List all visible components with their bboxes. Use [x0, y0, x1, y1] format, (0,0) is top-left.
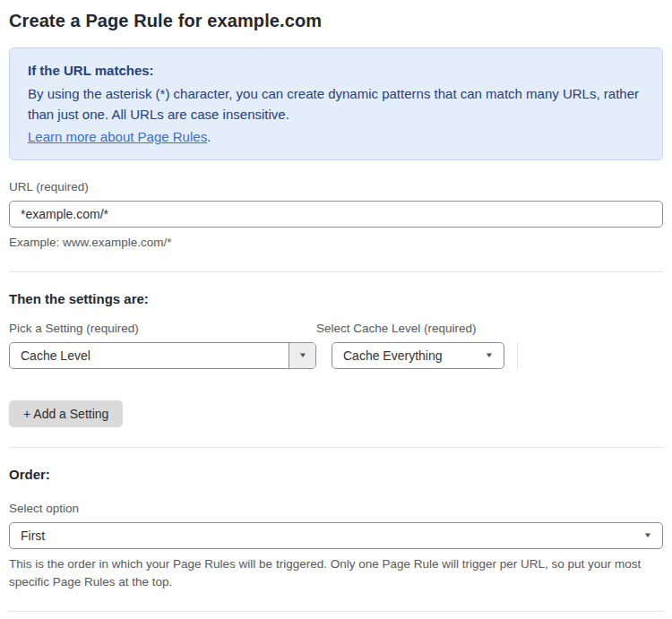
cache-level-picker-col: Select Cache Level (required) Cache Ever… [316, 306, 504, 369]
learn-more-link[interactable]: Learn more about Page Rules [28, 129, 207, 144]
url-input[interactable] [9, 201, 663, 228]
order-section-heading: Order: [9, 467, 663, 482]
settings-section-heading: Then the settings are: [9, 291, 663, 306]
setting-picker-dropdown[interactable]: Cache Level ▼ [9, 342, 316, 369]
setting-picker-value: Cache Level [10, 348, 289, 363]
link-suffix: . [207, 129, 211, 144]
settings-column-divider [517, 342, 518, 369]
divider [9, 611, 663, 612]
caret-down-icon: ▼ [297, 352, 306, 359]
info-box-body: By using the asterisk (*) character, you… [28, 83, 644, 125]
cache-level-dropdown[interactable]: Cache Everything ▼ [332, 342, 504, 369]
setting-picker-label: Pick a Setting (required) [9, 322, 316, 335]
settings-row: Pick a Setting (required) Cache Level ▼ … [9, 306, 663, 369]
info-box-link-line: Learn more about Page Rules. [28, 126, 644, 147]
order-value: First [10, 529, 644, 543]
setting-picker-col: Pick a Setting (required) Cache Level ▼ [9, 306, 316, 369]
dropdown-arrow: ▼ [486, 352, 504, 359]
order-select-label: Select option [9, 502, 663, 515]
cache-level-picker-label: Select Cache Level (required) [316, 322, 504, 335]
order-helper-text: This is the order in which your Page Rul… [9, 555, 663, 591]
dropdown-arrow-segment[interactable]: ▼ [289, 343, 315, 368]
caret-down-icon: ▼ [643, 532, 652, 539]
cache-level-value: Cache Everything [332, 348, 486, 363]
order-dropdown[interactable]: First ▼ [9, 522, 663, 549]
dropdown-arrow: ▼ [644, 532, 662, 539]
url-field-helper: Example: www.example.com/* [9, 234, 663, 252]
caret-down-icon: ▼ [485, 352, 494, 359]
page-title: Create a Page Rule for example.com [9, 11, 663, 31]
divider [9, 271, 663, 272]
info-box-heading: If the URL matches: [28, 60, 644, 81]
url-field-label: URL (required) [9, 180, 663, 193]
url-match-info-box: If the URL matches: By using the asteris… [9, 47, 663, 160]
divider [9, 447, 663, 448]
add-setting-button[interactable]: + Add a Setting [9, 400, 123, 427]
